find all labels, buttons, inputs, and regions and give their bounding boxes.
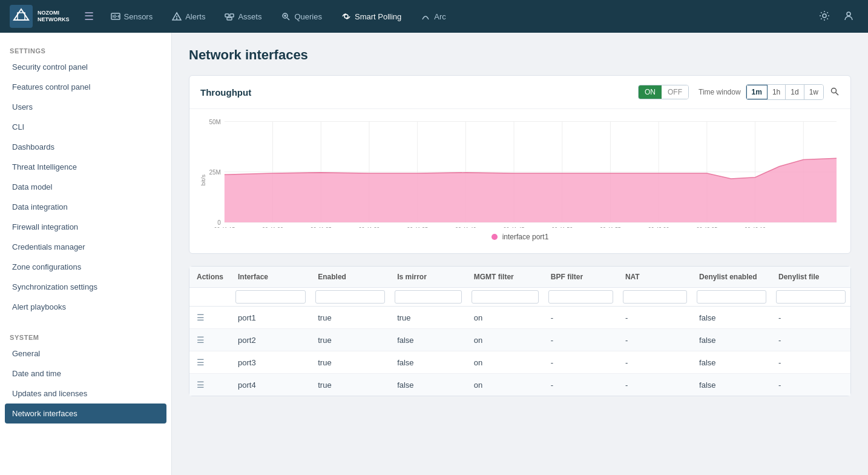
row1-denylist-enabled: false	[692, 307, 771, 329]
row3-denylist-file: -	[771, 351, 850, 374]
sidebar-item-features-control-panel[interactable]: Features control panel	[0, 77, 171, 97]
throughput-card: Throughput ON OFF Time window 1m 1h 1d 1…	[189, 75, 851, 254]
row3-enabled: true	[311, 351, 390, 374]
chart-legend: interface port1	[200, 228, 840, 248]
user-icon[interactable]	[839, 6, 858, 27]
svg-text:09:41:15: 09:41:15	[214, 226, 235, 228]
time-btn-1w[interactable]: 1w	[804, 85, 823, 99]
filter-is-mirror	[390, 288, 467, 307]
col-denylist-file: Denylist file	[771, 267, 850, 288]
filter-enabled-input[interactable]	[315, 290, 385, 304]
top-navigation: NOZOMINETWORKS ☰ Sensors Alerts Assets Q…	[0, 0, 868, 33]
svg-point-17	[344, 15, 348, 18]
sidebar-item-general[interactable]: General	[0, 344, 171, 364]
col-nat: NAT	[618, 267, 692, 288]
filter-denylist-enabled-input[interactable]	[697, 290, 766, 304]
nav-smart-polling-label: Smart Polling	[355, 12, 401, 21]
time-btn-1h[interactable]: 1h	[768, 85, 786, 99]
throughput-chart: 50M 25M 0 bit/s	[200, 119, 840, 228]
sidebar-item-security-control-panel[interactable]: Security control panel	[0, 57, 171, 77]
row1-settings-icon[interactable]: ☰	[197, 313, 205, 322]
filter-bpf-filter-input[interactable]	[548, 290, 613, 304]
svg-text:09:41:20: 09:41:20	[262, 226, 283, 228]
row4-bpf-filter: -	[544, 374, 618, 396]
row1-mgmt-filter: on	[467, 307, 544, 329]
table-row: ☰ port1 true true on - - false -	[189, 307, 850, 329]
row3-nat: -	[618, 351, 692, 374]
interfaces-table: Actions Interface Enabled Is mirror MGMT…	[189, 267, 850, 396]
throughput-title: Throughput	[200, 87, 638, 98]
svg-point-9	[177, 19, 177, 19]
chart-svg: 50M 25M 0 bit/s	[200, 119, 840, 228]
nav-sensors[interactable]: Sensors	[104, 8, 160, 25]
settings-icon[interactable]	[815, 6, 834, 27]
sidebar-item-firewall-integration[interactable]: Firewall integration	[0, 217, 171, 237]
throughput-chart-area: 50M 25M 0 bit/s	[189, 109, 850, 253]
svg-point-19	[847, 12, 850, 16]
legend-dot	[492, 234, 498, 240]
nav-alerts-label: Alerts	[185, 12, 205, 21]
sidebar-item-alert-playbooks[interactable]: Alert playbooks	[0, 297, 171, 317]
table-row: ☰ port2 true false on - - false -	[189, 329, 850, 351]
throughput-card-header: Throughput ON OFF Time window 1m 1h 1d 1…	[189, 76, 850, 109]
page-title: Network interfaces	[189, 47, 851, 63]
filter-bpf-filter	[544, 288, 618, 307]
svg-text:09:41:40: 09:41:40	[455, 226, 476, 228]
filter-denylist-file-input[interactable]	[776, 290, 846, 304]
time-btn-1m[interactable]: 1m	[746, 85, 768, 99]
sidebar-item-network-interfaces[interactable]: Network interfaces	[5, 404, 166, 424]
filter-mgmt-filter	[467, 288, 544, 307]
svg-text:50M: 50M	[209, 119, 221, 125]
table-row: ☰ port3 true false on - - false -	[189, 351, 850, 374]
svg-text:09:41:50: 09:41:50	[551, 226, 573, 228]
sidebar-item-users[interactable]: Users	[0, 97, 171, 117]
sidebar-item-date-and-time[interactable]: Date and time	[0, 364, 171, 384]
nav-assets[interactable]: Assets	[217, 8, 269, 25]
filter-actions	[189, 288, 231, 307]
row2-denylist-enabled: false	[692, 329, 771, 351]
nav-arc-label: Arc	[434, 12, 446, 21]
filter-interface-input[interactable]	[235, 290, 306, 304]
row4-interface: port4	[231, 374, 311, 396]
svg-text:09:41:55: 09:41:55	[600, 226, 621, 228]
nav-sensors-label: Sensors	[124, 12, 153, 21]
sidebar-item-data-integration[interactable]: Data integration	[0, 197, 171, 217]
sidebar-item-synchronization-settings[interactable]: Synchronization settings	[0, 277, 171, 297]
col-mgmt-filter: MGMT filter	[467, 267, 544, 288]
sidebar-item-updates-and-licenses[interactable]: Updates and licenses	[0, 384, 171, 404]
row4-settings-icon[interactable]: ☰	[197, 380, 205, 390]
sidebar-item-cli[interactable]: CLI	[0, 117, 171, 137]
row4-denylist-enabled: false	[692, 374, 771, 396]
row3-settings-icon[interactable]: ☰	[197, 357, 205, 367]
svg-text:0: 0	[217, 219, 221, 227]
filter-nat	[618, 288, 692, 307]
hamburger-menu[interactable]: ☰	[84, 10, 94, 23]
toggle-off-button[interactable]: OFF	[662, 85, 688, 99]
sidebar-item-credentials-manager[interactable]: Credentials manager	[0, 237, 171, 257]
nav-arc[interactable]: Arc	[413, 8, 453, 25]
toggle-on-button[interactable]: ON	[639, 85, 662, 99]
sidebar-item-data-model[interactable]: Data model	[0, 177, 171, 197]
chart-search-icon[interactable]	[830, 87, 840, 98]
filter-denylist-enabled	[692, 288, 771, 307]
sidebar-item-threat-intelligence[interactable]: Threat Intelligence	[0, 157, 171, 177]
svg-text:09:41:45: 09:41:45	[504, 226, 525, 228]
row4-denylist-file: -	[771, 374, 850, 396]
svg-rect-12	[227, 18, 232, 20]
filter-nat-input[interactable]	[623, 290, 687, 304]
sidebar-item-dashboards[interactable]: Dashboards	[0, 137, 171, 157]
filter-is-mirror-input[interactable]	[395, 290, 462, 304]
logo: NOZOMINETWORKS	[10, 5, 70, 28]
sidebar-item-zone-configurations[interactable]: Zone configurations	[0, 257, 171, 277]
row3-bpf-filter: -	[544, 351, 618, 374]
row3-denylist-enabled: false	[692, 351, 771, 374]
col-enabled: Enabled	[311, 267, 390, 288]
nav-queries[interactable]: Queries	[274, 8, 329, 25]
nav-alerts[interactable]: Alerts	[165, 8, 212, 25]
time-btn-1d[interactable]: 1d	[786, 85, 804, 99]
col-interface: Interface	[231, 267, 311, 288]
row3-actions: ☰	[189, 351, 231, 374]
filter-mgmt-filter-input[interactable]	[472, 290, 539, 304]
row2-settings-icon[interactable]: ☰	[197, 335, 205, 345]
nav-smart-polling[interactable]: Smart Polling	[334, 8, 409, 25]
